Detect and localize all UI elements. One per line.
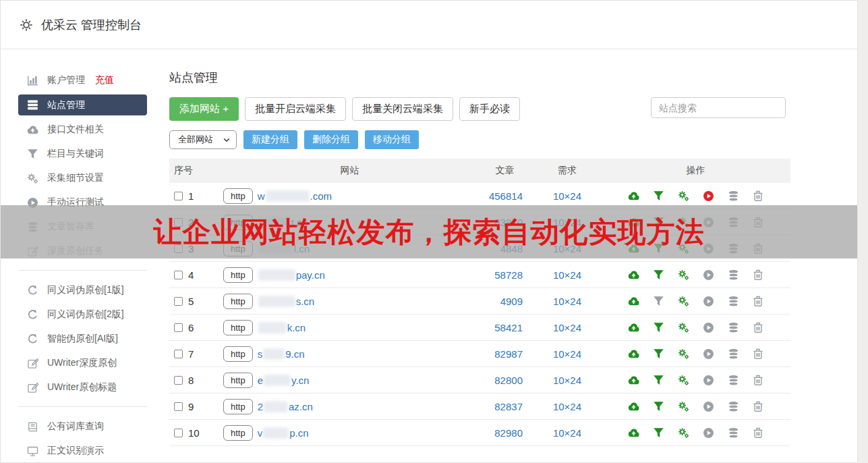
play-icon[interactable] (702, 348, 714, 360)
batch-close-cloud-button[interactable]: 批量关闭云端采集 (352, 97, 453, 121)
play-icon[interactable] (702, 190, 714, 202)
row-checkbox[interactable] (174, 297, 183, 306)
delete-group-button[interactable]: 删除分组 (304, 130, 358, 149)
row-checkbox[interactable] (174, 429, 183, 437)
filter-icon[interactable] (652, 374, 664, 386)
filter-icon[interactable] (652, 348, 664, 360)
table-row: 6httpk.cn5842110×24 (169, 315, 790, 341)
database-icon[interactable] (727, 348, 739, 360)
http-button[interactable]: http (223, 399, 253, 414)
recharge-link[interactable]: 充值 (95, 74, 114, 86)
sidebar-item-uwriter-original-title[interactable]: UWriter原创标题 (18, 375, 147, 400)
play-icon[interactable] (702, 295, 714, 307)
gears-icon[interactable] (677, 269, 689, 281)
row-checkbox[interactable] (174, 192, 183, 200)
filter-icon[interactable] (652, 321, 664, 333)
cloud-upload-icon[interactable] (627, 190, 639, 202)
site-domain-link[interactable]: vp.cn (258, 427, 309, 439)
row-checkbox[interactable] (174, 350, 183, 358)
play-icon[interactable] (702, 400, 714, 412)
trash-icon[interactable] (752, 427, 764, 439)
trash-icon[interactable] (752, 269, 764, 281)
gears-icon[interactable] (677, 400, 689, 412)
trash-icon[interactable] (752, 374, 764, 386)
sidebar-item-interface-files[interactable]: 接口文件相关 (18, 117, 147, 142)
sidebar-item-collection-settings[interactable]: 采集细节设置 (18, 166, 147, 190)
database-icon[interactable] (727, 321, 739, 333)
site-domain-link[interactable]: pay.cn (258, 269, 325, 281)
database-icon[interactable] (727, 269, 739, 281)
sidebar-item-account-management[interactable]: 账户管理充值 (18, 68, 147, 92)
http-button[interactable]: http (223, 373, 253, 388)
cloud-upload-icon[interactable] (627, 295, 639, 307)
sidebar-item-content-recognition-demo[interactable]: 正文识别演示 (18, 439, 147, 463)
site-domain-link[interactable]: s9.cn (258, 348, 305, 360)
sidebar-item-ai-pseudo-original[interactable]: 智能伪原创[AI版] (18, 327, 147, 351)
row-checkbox[interactable] (174, 402, 183, 411)
trash-icon[interactable] (752, 400, 764, 412)
database-icon[interactable] (727, 400, 739, 412)
row-checkbox[interactable] (174, 376, 183, 385)
filter-icon[interactable] (652, 427, 664, 439)
sidebar-item-columns-keywords[interactable]: 栏目与关键词 (18, 142, 147, 166)
trash-icon[interactable] (752, 190, 764, 202)
site-domain-link[interactable]: s.cn (258, 296, 315, 307)
http-button[interactable]: http (223, 320, 253, 335)
site-domain-link[interactable]: w.com (258, 190, 332, 202)
filter-icon[interactable] (652, 400, 664, 412)
sidebar-item-uwriter-deep-original[interactable]: UWriter深度原创 (18, 351, 147, 375)
filter-icon[interactable] (652, 295, 664, 307)
domain-prefix: v (258, 427, 263, 439)
add-site-button[interactable]: 添加网站 + (169, 97, 239, 121)
sidebar-item-public-thesaurus-query[interactable]: 公有词库查询 (18, 414, 147, 439)
database-icon[interactable] (727, 374, 739, 386)
play-icon[interactable] (702, 321, 714, 333)
play-icon[interactable] (702, 427, 714, 439)
database-icon[interactable] (727, 295, 739, 307)
site-domain-link[interactable]: k.cn (258, 322, 306, 333)
cloud-upload-icon[interactable] (627, 427, 639, 439)
row-index-cell: 10 (169, 427, 223, 439)
gears-icon[interactable] (677, 427, 689, 439)
cloud-upload-icon[interactable] (627, 321, 639, 333)
newbie-guide-button[interactable]: 新手必读 (459, 97, 520, 121)
filter-icon[interactable] (652, 269, 664, 281)
http-button[interactable]: http (223, 267, 253, 283)
batch-open-cloud-button[interactable]: 批量开启云端采集 (245, 97, 346, 121)
site-search-input[interactable] (651, 97, 786, 118)
watermark-band: 让企业网站轻松发布，探索自动化实现方法 (1, 205, 857, 258)
row-checkbox[interactable] (174, 323, 183, 332)
http-button[interactable]: http (223, 346, 253, 362)
trash-icon[interactable] (752, 321, 764, 333)
gears-icon[interactable] (677, 321, 689, 333)
trash-icon[interactable] (752, 295, 764, 307)
new-group-button[interactable]: 新建分组 (243, 130, 297, 149)
cloud-upload-icon[interactable] (627, 374, 639, 386)
filter-icon[interactable] (652, 190, 664, 202)
site-domain-link[interactable]: 2az.cn (258, 401, 313, 412)
refresh-icon (26, 333, 38, 345)
http-button[interactable]: http (223, 188, 253, 204)
gears-icon[interactable] (677, 374, 689, 386)
demand-value: 10×24 (533, 427, 601, 439)
gears-icon[interactable] (677, 348, 689, 360)
http-button[interactable]: http (223, 294, 253, 309)
sidebar-item-synonym-pseudo-v1[interactable]: 同义词伪原创[1版] (18, 278, 147, 302)
database-icon[interactable] (727, 427, 739, 439)
trash-icon[interactable] (752, 348, 764, 360)
gears-icon[interactable] (677, 295, 689, 307)
database-icon[interactable] (727, 190, 739, 202)
play-icon[interactable] (702, 374, 714, 386)
gears-icon[interactable] (677, 190, 689, 202)
move-group-button[interactable]: 移动分组 (365, 130, 419, 149)
group-filter-select[interactable]: 全部网站 (169, 130, 237, 149)
sidebar-item-synonym-pseudo-v2[interactable]: 同义词伪原创[2版] (18, 302, 147, 327)
cloud-upload-icon[interactable] (627, 348, 639, 360)
cloud-upload-icon[interactable] (627, 400, 639, 412)
row-checkbox[interactable] (174, 271, 183, 279)
http-button[interactable]: http (223, 425, 253, 441)
cloud-upload-icon[interactable] (627, 269, 639, 281)
play-icon[interactable] (702, 269, 714, 281)
sidebar-item-site-management[interactable]: 站点管理 (18, 94, 147, 115)
site-domain-link[interactable]: ey.cn (258, 375, 310, 386)
